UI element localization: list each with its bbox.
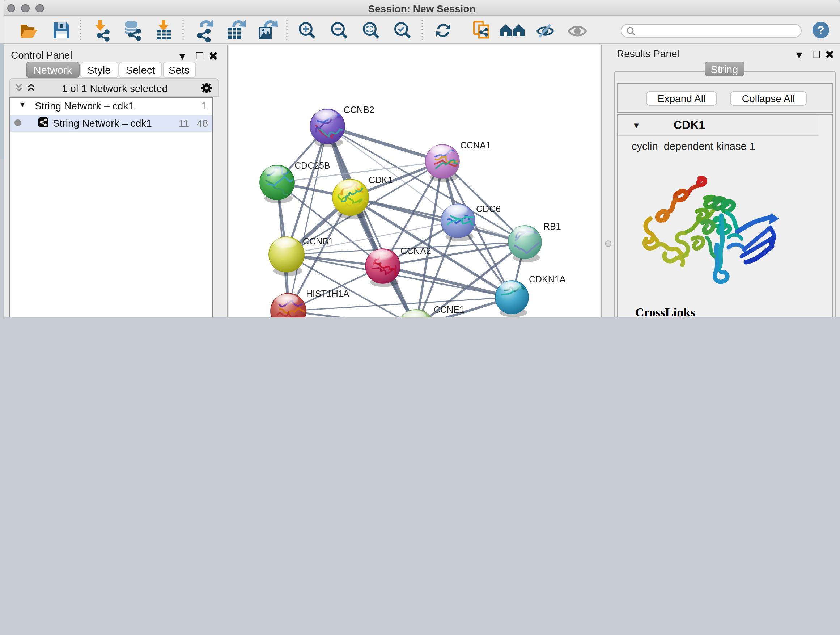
- svg-text:CCNE1: CCNE1: [433, 304, 464, 315]
- svg-text:CDK1: CDK1: [368, 175, 393, 185]
- svg-text:CDKN1A: CDKN1A: [529, 274, 565, 284]
- svg-text:RB1: RB1: [543, 221, 561, 231]
- svg-text:CCNB2: CCNB2: [343, 105, 374, 115]
- svg-text:CDC6: CDC6: [476, 204, 500, 214]
- svg-text:CCNB1: CCNB1: [302, 236, 333, 246]
- svg-text:CCNA1: CCNA1: [460, 140, 491, 150]
- svg-text:HIST1H1A: HIST1H1A: [306, 288, 349, 299]
- svg-text:CDC25B: CDC25B: [294, 160, 330, 171]
- svg-text:CCNA2: CCNA2: [400, 246, 431, 256]
